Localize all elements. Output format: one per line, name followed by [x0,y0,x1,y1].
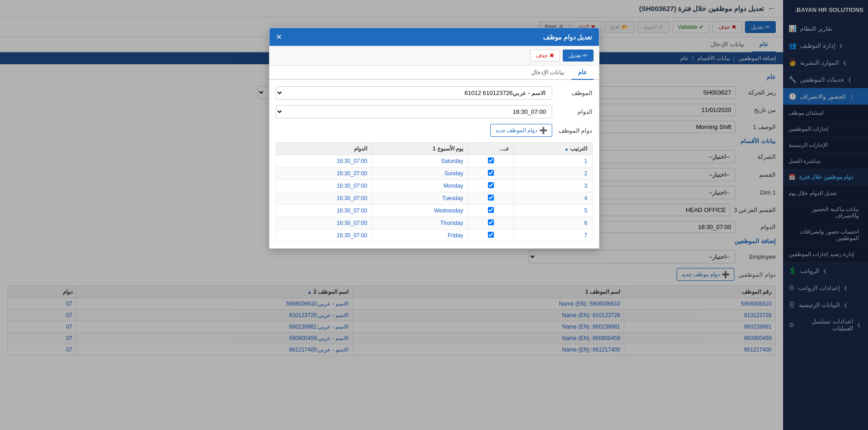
cell-day: Wednesday [372,205,468,217]
table-row[interactable]: 6 Thursday 07:00_16:30 [276,217,592,229]
active-checkbox[interactable] [488,219,494,225]
table-row[interactable]: 2 Sunday 07:00_16:30 [276,168,592,180]
edit-icon: ✏ [583,52,588,59]
active-checkbox[interactable] [488,157,494,163]
cell-shift: 07:00_16:30 [276,205,372,217]
active-checkbox[interactable] [488,182,494,188]
modal-col-order: الترتيب ▲ [514,143,592,155]
modal-tab-input-data[interactable]: بيانات الإدخال [525,66,571,80]
modal-row-employee-attendance: دوام الموظف ➕ دوام الموظف جديد [276,124,593,137]
modal-employee-attendance-label: دوام الموظف [556,127,593,134]
modal-title: تعديل دوام موظف [543,34,593,41]
active-checkbox[interactable] [488,232,494,238]
active-checkbox[interactable] [488,195,494,201]
cell-order: 2 [514,168,592,180]
cell-active [468,155,514,168]
cell-order: 1 [514,155,592,168]
active-checkbox[interactable] [488,170,494,176]
modal-attendance-select[interactable]: 07:00_16:30 [276,105,552,118]
cell-active [468,192,514,205]
modal-col-active: عـ... [468,143,514,155]
sort-icon: ▲ [564,146,569,151]
cell-order: 4 [514,192,592,205]
cell-day: Sunday [372,168,468,180]
table-row[interactable]: 5 Wednesday 07:00_16:30 [276,205,592,217]
cell-active [468,217,514,229]
table-row[interactable]: 4 Tuesday 07:00_16:30 [276,192,592,205]
cell-order: 5 [514,205,592,217]
cell-shift: 07:00_16:30 [276,229,372,242]
modal-add-attendance-btn[interactable]: ➕ دوام الموظف جديد [490,124,552,137]
modal-delete-button[interactable]: ✖ حذف [530,50,560,61]
modal-toolbar: ✏ تعديل ✖ حذف [269,46,599,66]
employee-attendance-modal: تعديل دوام موظف ✕ ✏ تعديل ✖ حذف عام بيان… [269,28,599,249]
modal-col-shift: الدوام [276,143,372,155]
cell-day: Friday [372,229,468,242]
cell-shift: 07:00_16:30 [276,155,372,168]
modal-tab-general[interactable]: عام [571,66,594,80]
modal-overlay: تعديل دوام موظف ✕ ✏ تعديل ✖ حذف عام بيان… [0,0,868,430]
cell-order: 3 [514,180,592,192]
delete-icon: ✖ [549,52,554,59]
cell-active [468,205,514,217]
table-row[interactable]: 1 Saturday 07:00_16:30 [276,155,592,168]
cell-day: Tuesday [372,192,468,205]
cell-active [468,180,514,192]
modal-row-attendance: الدوام 07:00_16:30 [276,105,593,118]
cell-shift: 07:00_16:30 [276,192,372,205]
active-checkbox[interactable] [488,207,494,213]
cell-shift: 07:00_16:30 [276,168,372,180]
cell-order: 7 [514,229,592,242]
cell-day: Saturday [372,155,468,168]
modal-close-button[interactable]: ✕ [276,33,282,41]
cell-order: 6 [514,217,592,229]
modal-employee-select[interactable]: الاسم - عربي610123726 61012 [276,86,552,100]
modal-tabs: عام بيانات الإدخال [269,66,599,80]
plus-icon: ➕ [539,127,547,134]
modal-row-employee: الموظف الاسم - عربي610123726 61012 [276,86,593,100]
modal-header: تعديل دوام موظف ✕ [269,28,599,46]
table-row[interactable]: 7 Friday 07:00_16:30 [276,229,592,242]
cell-shift: 07:00_16:30 [276,217,372,229]
modal-edit-button[interactable]: ✏ تعديل [563,50,594,61]
cell-active [468,229,514,242]
modal-table-wrap: الترتيب ▲ عـ... يوم الأسبوع 1 الدوام 1 S… [276,142,593,242]
modal-col-day: يوم الأسبوع 1 [372,143,468,155]
cell-day: Thursday [372,217,468,229]
cell-day: Monday [372,180,468,192]
modal-employee-label: الموظف [556,89,593,96]
cell-shift: 07:00_16:30 [276,180,372,192]
cell-active [468,168,514,180]
modal-attendance-label: الدوام [556,108,593,115]
modal-body: الموظف الاسم - عربي610123726 61012 الدوا… [269,80,599,248]
modal-attendance-table: الترتيب ▲ عـ... يوم الأسبوع 1 الدوام 1 S… [276,142,593,242]
table-row[interactable]: 3 Monday 07:00_16:30 [276,180,592,192]
